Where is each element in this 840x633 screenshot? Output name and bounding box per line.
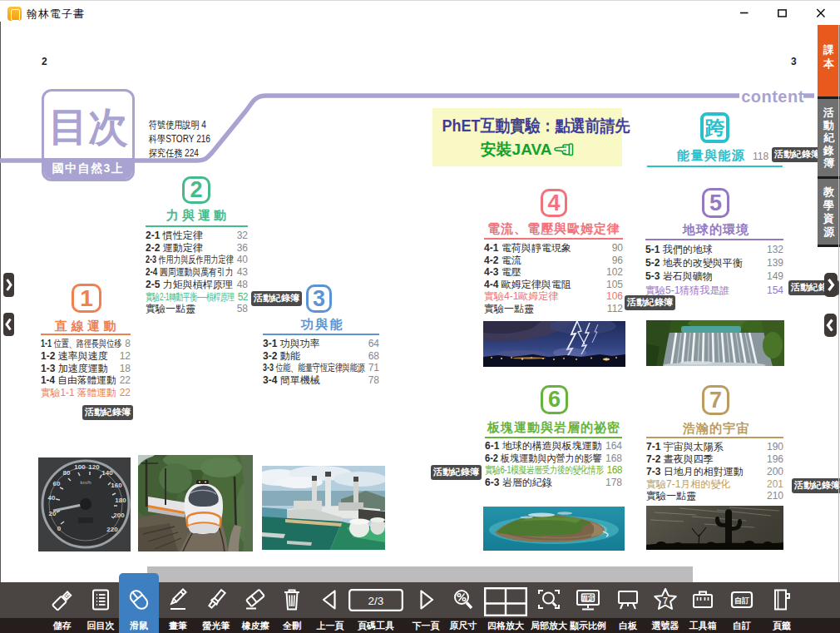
svg-text:180: 180	[115, 497, 126, 504]
svg-text:140: 140	[101, 469, 113, 477]
svg-text:60: 60	[53, 480, 61, 487]
svg-text:160: 160	[111, 482, 122, 489]
svg-text:220: 220	[106, 526, 118, 533]
svg-text:0: 0	[57, 525, 62, 532]
svg-text:40: 40	[48, 494, 56, 502]
svg-text:自訂: 自訂	[734, 596, 749, 605]
svg-text:80: 80	[63, 469, 71, 477]
svg-text:content: content	[741, 87, 804, 106]
svg-text:100: 100	[74, 463, 86, 471]
svg-text:2/3: 2/3	[368, 595, 384, 607]
svg-text:km/h: km/h	[80, 480, 91, 485]
svg-text:7: 7	[663, 596, 668, 606]
svg-text:固定: 固定	[581, 594, 595, 602]
svg-text:200: 200	[113, 512, 125, 519]
svg-text:120: 120	[88, 463, 100, 471]
